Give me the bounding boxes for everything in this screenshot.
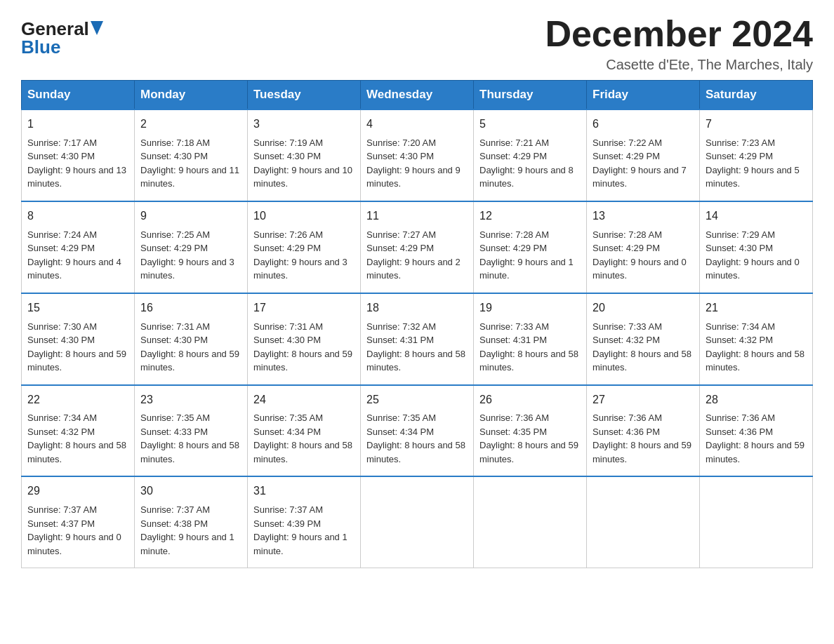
day-info: Sunrise: 7:28 AMSunset: 4:29 PMDaylight:… <box>593 228 694 283</box>
day-number: 4 <box>366 116 468 133</box>
day-info: Sunrise: 7:26 AMSunset: 4:29 PMDaylight:… <box>253 228 355 283</box>
calendar-week-1: 1Sunrise: 7:17 AMSunset: 4:30 PMDaylight… <box>22 109 813 201</box>
calendar-cell: 23Sunrise: 7:35 AMSunset: 4:33 PMDayligh… <box>135 385 248 477</box>
logo-triangle-icon <box>91 21 103 35</box>
day-number: 7 <box>706 116 807 133</box>
calendar-cell: 17Sunrise: 7:31 AMSunset: 4:30 PMDayligh… <box>248 293 361 385</box>
header-saturday: Saturday <box>700 81 813 110</box>
calendar-cell: 8Sunrise: 7:24 AMSunset: 4:29 PMDaylight… <box>22 201 135 293</box>
day-info: Sunrise: 7:20 AMSunset: 4:30 PMDaylight:… <box>366 136 468 191</box>
logo-blue: Blue <box>21 38 60 56</box>
day-number: 14 <box>706 208 807 225</box>
calendar-cell: 21Sunrise: 7:34 AMSunset: 4:32 PMDayligh… <box>700 293 813 385</box>
calendar-cell: 22Sunrise: 7:34 AMSunset: 4:32 PMDayligh… <box>22 385 135 477</box>
day-info: Sunrise: 7:35 AMSunset: 4:34 PMDaylight:… <box>366 411 468 466</box>
day-number: 8 <box>27 208 128 225</box>
calendar-header-row: Sunday Monday Tuesday Wednesday Thursday… <box>22 81 813 110</box>
day-number: 20 <box>593 300 694 317</box>
day-info: Sunrise: 7:35 AMSunset: 4:34 PMDaylight:… <box>253 411 355 466</box>
calendar-cell: 26Sunrise: 7:36 AMSunset: 4:35 PMDayligh… <box>474 385 587 477</box>
calendar-cell: 19Sunrise: 7:33 AMSunset: 4:31 PMDayligh… <box>474 293 587 385</box>
day-info: Sunrise: 7:35 AMSunset: 4:33 PMDaylight:… <box>140 411 241 466</box>
day-info: Sunrise: 7:27 AMSunset: 4:29 PMDaylight:… <box>366 228 468 283</box>
day-number: 16 <box>140 300 241 317</box>
day-info: Sunrise: 7:31 AMSunset: 4:30 PMDaylight:… <box>253 320 355 375</box>
day-number: 1 <box>27 116 128 133</box>
day-info: Sunrise: 7:25 AMSunset: 4:29 PMDaylight:… <box>140 228 241 283</box>
calendar-cell: 20Sunrise: 7:33 AMSunset: 4:32 PMDayligh… <box>587 293 700 385</box>
title-block: December 2024 Casette d'Ete, The Marches… <box>545 14 813 73</box>
header-friday: Friday <box>587 81 700 110</box>
calendar-title: December 2024 <box>545 14 813 54</box>
day-info: Sunrise: 7:34 AMSunset: 4:32 PMDaylight:… <box>27 411 128 466</box>
calendar-cell <box>474 476 587 568</box>
day-number: 12 <box>479 208 581 225</box>
day-number: 2 <box>140 116 241 133</box>
day-info: Sunrise: 7:37 AMSunset: 4:39 PMDaylight:… <box>253 503 355 558</box>
day-number: 24 <box>253 391 355 409</box>
day-info: Sunrise: 7:34 AMSunset: 4:32 PMDaylight:… <box>706 320 807 375</box>
day-info: Sunrise: 7:18 AMSunset: 4:30 PMDaylight:… <box>140 136 241 191</box>
svg-marker-0 <box>91 21 103 35</box>
day-info: Sunrise: 7:33 AMSunset: 4:31 PMDaylight:… <box>479 320 581 375</box>
logo: General Blue <box>21 20 103 56</box>
calendar-cell: 11Sunrise: 7:27 AMSunset: 4:29 PMDayligh… <box>361 201 474 293</box>
day-info: Sunrise: 7:28 AMSunset: 4:29 PMDaylight:… <box>479 228 581 283</box>
calendar-cell: 30Sunrise: 7:37 AMSunset: 4:38 PMDayligh… <box>135 476 248 568</box>
day-number: 26 <box>479 391 581 409</box>
calendar-cell: 31Sunrise: 7:37 AMSunset: 4:39 PMDayligh… <box>248 476 361 568</box>
day-number: 17 <box>253 300 355 317</box>
calendar-cell: 2Sunrise: 7:18 AMSunset: 4:30 PMDaylight… <box>135 109 248 201</box>
day-number: 28 <box>706 391 807 409</box>
calendar-cell: 12Sunrise: 7:28 AMSunset: 4:29 PMDayligh… <box>474 201 587 293</box>
calendar-cell <box>700 476 813 568</box>
day-number: 27 <box>593 391 694 409</box>
calendar-week-5: 29Sunrise: 7:37 AMSunset: 4:37 PMDayligh… <box>22 476 813 568</box>
calendar-cell: 29Sunrise: 7:37 AMSunset: 4:37 PMDayligh… <box>22 476 135 568</box>
day-number: 25 <box>366 391 468 409</box>
header-sunday: Sunday <box>22 81 135 110</box>
calendar-cell: 18Sunrise: 7:32 AMSunset: 4:31 PMDayligh… <box>361 293 474 385</box>
day-info: Sunrise: 7:29 AMSunset: 4:30 PMDaylight:… <box>706 228 807 283</box>
calendar-cell: 4Sunrise: 7:20 AMSunset: 4:30 PMDaylight… <box>361 109 474 201</box>
day-number: 13 <box>593 208 694 225</box>
calendar-cell: 13Sunrise: 7:28 AMSunset: 4:29 PMDayligh… <box>587 201 700 293</box>
day-number: 9 <box>140 208 241 225</box>
day-number: 5 <box>479 116 581 133</box>
day-info: Sunrise: 7:17 AMSunset: 4:30 PMDaylight:… <box>27 136 128 191</box>
calendar-cell <box>361 476 474 568</box>
day-info: Sunrise: 7:36 AMSunset: 4:36 PMDaylight:… <box>706 411 807 466</box>
calendar-cell: 27Sunrise: 7:36 AMSunset: 4:36 PMDayligh… <box>587 385 700 477</box>
calendar-week-2: 8Sunrise: 7:24 AMSunset: 4:29 PMDaylight… <box>22 201 813 293</box>
calendar-cell: 16Sunrise: 7:31 AMSunset: 4:30 PMDayligh… <box>135 293 248 385</box>
calendar-week-4: 22Sunrise: 7:34 AMSunset: 4:32 PMDayligh… <box>22 385 813 477</box>
day-number: 30 <box>140 483 241 500</box>
calendar-cell: 14Sunrise: 7:29 AMSunset: 4:30 PMDayligh… <box>700 201 813 293</box>
day-info: Sunrise: 7:30 AMSunset: 4:30 PMDaylight:… <box>27 320 128 375</box>
day-number: 18 <box>366 300 468 317</box>
day-number: 11 <box>366 208 468 225</box>
day-number: 15 <box>27 300 128 317</box>
calendar-cell: 15Sunrise: 7:30 AMSunset: 4:30 PMDayligh… <box>22 293 135 385</box>
calendar-cell: 5Sunrise: 7:21 AMSunset: 4:29 PMDaylight… <box>474 109 587 201</box>
day-number: 31 <box>253 483 355 500</box>
header-monday: Monday <box>135 81 248 110</box>
calendar-cell: 24Sunrise: 7:35 AMSunset: 4:34 PMDayligh… <box>248 385 361 477</box>
day-info: Sunrise: 7:36 AMSunset: 4:35 PMDaylight:… <box>479 411 581 466</box>
day-info: Sunrise: 7:24 AMSunset: 4:29 PMDaylight:… <box>27 228 128 283</box>
calendar-week-3: 15Sunrise: 7:30 AMSunset: 4:30 PMDayligh… <box>22 293 813 385</box>
day-number: 29 <box>27 483 128 500</box>
calendar-cell: 3Sunrise: 7:19 AMSunset: 4:30 PMDaylight… <box>248 109 361 201</box>
day-number: 23 <box>140 391 241 409</box>
logo-general: General <box>21 20 89 38</box>
calendar-subtitle: Casette d'Ete, The Marches, Italy <box>545 57 813 73</box>
day-info: Sunrise: 7:31 AMSunset: 4:30 PMDaylight:… <box>140 320 241 375</box>
day-info: Sunrise: 7:33 AMSunset: 4:32 PMDaylight:… <box>593 320 694 375</box>
calendar-cell: 9Sunrise: 7:25 AMSunset: 4:29 PMDaylight… <box>135 201 248 293</box>
calendar-cell <box>587 476 700 568</box>
day-info: Sunrise: 7:21 AMSunset: 4:29 PMDaylight:… <box>479 136 581 191</box>
calendar-cell: 7Sunrise: 7:23 AMSunset: 4:29 PMDaylight… <box>700 109 813 201</box>
day-number: 19 <box>479 300 581 317</box>
header-wednesday: Wednesday <box>361 81 474 110</box>
header-tuesday: Tuesday <box>248 81 361 110</box>
